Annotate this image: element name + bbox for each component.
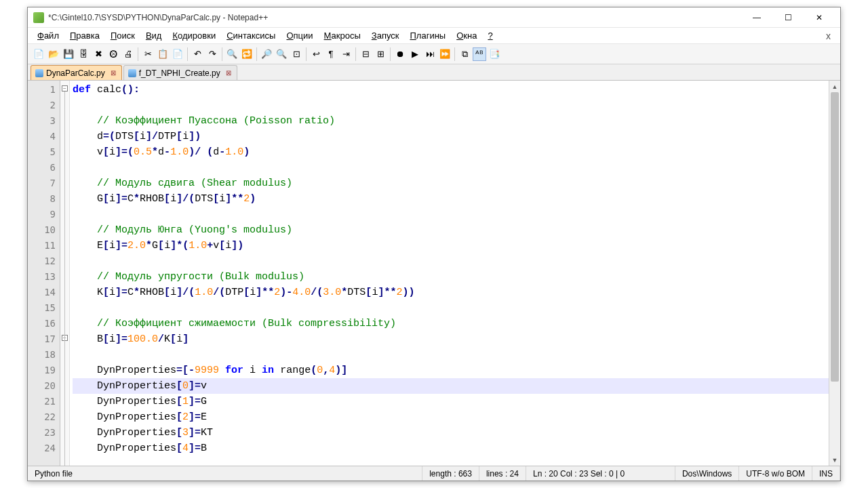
code-line[interactable]: DynProperties[1]=G <box>73 394 829 409</box>
rec-button[interactable]: ⏺ <box>393 47 407 61</box>
menu-поиск[interactable]: Поиск <box>105 29 140 42</box>
menu-запуск[interactable]: Запуск <box>366 29 405 42</box>
toolbar-separator <box>355 47 356 61</box>
menu-окна[interactable]: Окна <box>451 29 482 42</box>
tab-label: DynaParCalc.py <box>46 68 105 78</box>
menu-правка[interactable]: Правка <box>64 29 105 42</box>
code-line[interactable]: // Модуль Юнга (Yuong's modulus) <box>73 222 829 238</box>
window-buttons: — ☐ ✕ <box>741 7 835 28</box>
close-button[interactable]: ✖ <box>92 47 105 61</box>
statusbar: Python file length : 663 lines : 24 Ln :… <box>28 466 840 481</box>
new-button[interactable]: 📄 <box>32 47 45 61</box>
minimize-button[interactable]: — <box>741 7 772 28</box>
status-lines: lines : 24 <box>479 466 526 481</box>
code-line[interactable]: DynProperties=[-9999 for i in range(0,4)… <box>73 363 829 378</box>
close-button[interactable]: ✕ <box>804 7 835 28</box>
status-eol: Dos\Windows <box>675 466 739 481</box>
code-line[interactable]: DynProperties[3]=KT <box>73 425 829 441</box>
window-title: *C:\Gintel10.7\SYSD\PYTHON\DynaParCalc.p… <box>48 13 741 22</box>
menu-плагины[interactable]: Плагины <box>404 29 451 42</box>
menu-кодировки[interactable]: Кодировки <box>167 29 221 42</box>
code-line[interactable]: DynProperties[0]=v <box>73 378 829 394</box>
code-line[interactable]: // Модуль упругости (Bulk modulus) <box>73 269 829 285</box>
toolbar-separator <box>306 47 307 61</box>
code-line[interactable]: B[i]=100.0/K[i] <box>73 331 829 347</box>
find-button[interactable]: 🔍 <box>225 47 239 61</box>
scroll-down-button[interactable]: ▼ <box>829 454 840 466</box>
open-button[interactable]: 📂 <box>47 47 60 61</box>
tab-f_DT_NPHI_Create.py[interactable]: f_DT_NPHI_Create.py⊠ <box>123 65 237 80</box>
fwd-button[interactable]: ⏩ <box>438 47 452 61</box>
zoomout-button[interactable]: 🔍 <box>275 47 288 61</box>
fold-button[interactable]: ⊟ <box>359 47 372 61</box>
code-line[interactable]: // Модуль сдвига (Shear modulus) <box>73 176 829 191</box>
status-filetype: Python file <box>28 466 422 481</box>
allchars-button[interactable]: ¶ <box>324 47 338 61</box>
play-button[interactable]: ▶ <box>408 47 422 61</box>
wrap-button[interactable]: ↩ <box>309 47 323 61</box>
menu-макросы[interactable]: Макросы <box>319 29 366 42</box>
code-line[interactable]: // Коэффициент Пуассона (Poisson ratio) <box>73 113 829 129</box>
fold-toggle[interactable]: − <box>62 85 68 92</box>
line-number-gutter: 123456789101112131415161718192021222324 <box>28 81 60 466</box>
code-line[interactable]: E[i]=2.0*G[i]*(1.0+v[i]) <box>73 238 829 253</box>
code-line[interactable]: DynProperties[4]=B <box>73 441 829 456</box>
copy-button[interactable]: 📋 <box>156 47 170 61</box>
code-line[interactable] <box>73 253 829 269</box>
doc-button[interactable]: 📑 <box>488 47 501 61</box>
file-icon <box>35 69 43 77</box>
code-line[interactable]: G[i]=C*RHOB[i]/(DTS[i]**2) <box>73 191 829 207</box>
closeall-button[interactable]: ⮿ <box>106 47 120 61</box>
scroll-track[interactable] <box>829 92 840 454</box>
code-line[interactable]: d=(DTS[i]/DTP[i]) <box>73 129 829 144</box>
zoomin-button[interactable]: 🔎 <box>260 47 273 61</box>
unfold-button[interactable]: ⊞ <box>374 47 387 61</box>
menubar: ФайлПравкаПоискВидКодировкиСинтаксисыОпц… <box>28 28 840 44</box>
menu-опции[interactable]: Опции <box>281 29 318 42</box>
menubar-close-icon[interactable]: x <box>821 30 836 41</box>
code-line[interactable]: v[i]=(0.5*d-1.0)/ (d-1.0) <box>73 144 829 160</box>
fit-button[interactable]: ⊡ <box>290 47 303 61</box>
tab-label: f_DT_NPHI_Create.py <box>139 68 220 78</box>
tab-close-icon[interactable]: ⊠ <box>224 69 233 77</box>
replace-button[interactable]: 🔁 <box>240 47 254 61</box>
maximize-button[interactable]: ☐ <box>772 7 804 28</box>
vertical-scrollbar[interactable]: ▲ ▼ <box>829 81 840 466</box>
paste-button[interactable]: 📄 <box>171 47 184 61</box>
code-line[interactable]: // Коэффициент сжимаемости (Bulk compres… <box>73 316 829 331</box>
tab-DynaParCalc.py[interactable]: DynaParCalc.py⊠ <box>31 65 122 80</box>
menu-файл[interactable]: Файл <box>32 29 64 42</box>
code-line[interactable] <box>73 347 829 363</box>
code-line[interactable] <box>73 207 829 222</box>
menu-?[interactable]: ? <box>482 29 498 42</box>
toolbar-separator <box>222 47 222 61</box>
spell-button[interactable]: ᴬᴮ <box>473 47 486 61</box>
menu-синтаксисы[interactable]: Синтаксисы <box>221 29 281 42</box>
saveall-button[interactable]: 🗄 <box>77 47 90 61</box>
toolbar-separator <box>256 47 257 61</box>
tab-close-icon[interactable]: ⊠ <box>109 69 117 77</box>
status-encoding: UTF-8 w/o BOM <box>739 466 812 481</box>
playall-button[interactable]: ⏭ <box>423 47 437 61</box>
toolbar-separator <box>187 47 188 61</box>
menu-вид[interactable]: Вид <box>140 29 167 42</box>
app-icon <box>33 12 44 23</box>
code-line[interactable]: def calc(): <box>73 82 829 98</box>
code-line[interactable] <box>73 98 829 113</box>
scroll-thumb[interactable] <box>831 92 839 382</box>
compare-button[interactable]: ⧉ <box>458 47 471 61</box>
indent-button[interactable]: ⇥ <box>339 47 353 61</box>
save-button[interactable]: 💾 <box>62 47 75 61</box>
code-line[interactable] <box>73 300 829 316</box>
code-area[interactable]: def calc(): // Коэффициент Пуассона (Poi… <box>70 81 829 466</box>
editor: 123456789101112131415161718192021222324 … <box>28 81 840 466</box>
code-line[interactable] <box>73 160 829 176</box>
print-button[interactable]: 🖨 <box>121 47 135 61</box>
undo-button[interactable]: ↶ <box>191 47 204 61</box>
redo-button[interactable]: ↷ <box>205 47 219 61</box>
status-length: length : 663 <box>422 466 479 481</box>
scroll-up-button[interactable]: ▲ <box>829 81 840 92</box>
code-line[interactable]: DynProperties[2]=E <box>73 409 829 425</box>
code-line[interactable]: K[i]=C*RHOB[i]/(1.0/(DTP[i]**2)-4.0/(3.0… <box>73 285 829 300</box>
cut-button[interactable]: ✂ <box>141 47 155 61</box>
